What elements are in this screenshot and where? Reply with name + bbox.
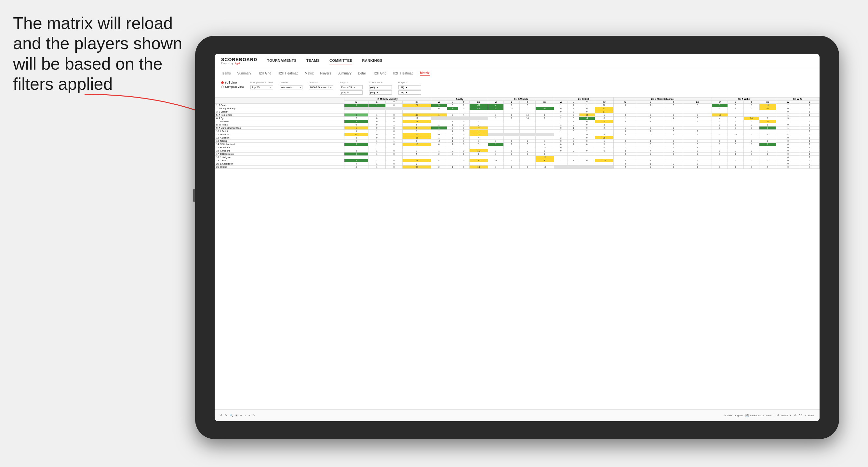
table-row: 19. J Kanh 31019 400-20 1300-35 210-18 0…	[215, 159, 819, 162]
save-custom-button[interactable]: 💾 Save Custom View	[745, 414, 771, 417]
table-row: 8. M Torres 0010 1102 1003 0108 01	[215, 123, 819, 126]
sub-w4: W	[554, 101, 568, 104]
subnav-h2h-grid2[interactable]: H2H Grid	[373, 71, 386, 76]
subnav-h2h-heatmap[interactable]: H2H Heatmap	[278, 71, 298, 76]
subnav-h2h-heatmap2[interactable]: H2H Heatmap	[393, 71, 413, 76]
max-players-select[interactable]: Top 25 ▼	[250, 85, 273, 89]
view-original-button[interactable]: ⊙ View: Original	[723, 414, 743, 417]
col-a-webb: 38. A Webb	[712, 98, 776, 101]
nav-rankings[interactable]: RANKINGS	[362, 57, 382, 64]
search-button[interactable]: 🔍	[229, 414, 233, 417]
region-label: Region	[340, 81, 363, 84]
sub-l1: L	[368, 101, 385, 104]
player-name: 16. X Mcgaha	[215, 149, 344, 153]
player-name: 9. A Maria Jimenez Rios	[215, 126, 344, 130]
region-select-2[interactable]: (All) ▼	[340, 90, 363, 95]
sub-l3: L	[504, 101, 520, 104]
sub-t6: T	[743, 101, 760, 104]
redo-button[interactable]: ↻	[225, 414, 227, 417]
division-filter: Division NCAA Division II ▼	[309, 81, 333, 89]
sub-l7: L	[800, 101, 819, 104]
matrix-table: 2. M Kelly Mulcahy 6. A Dy 11. G Woods 2…	[215, 97, 819, 169]
subnav-summary2[interactable]: Summary	[338, 71, 351, 76]
sub-l4: L	[568, 101, 579, 104]
gender-select[interactable]: Women's ▼	[280, 85, 303, 89]
conference-select-1[interactable]: (All) ▼	[369, 85, 392, 89]
player-name: 10. L Perini	[215, 130, 344, 133]
zoom-minus-button[interactable]: −	[240, 414, 242, 417]
sub-w3: W	[488, 101, 504, 104]
subnav-summary[interactable]: Summary	[237, 71, 251, 76]
tablet-frame: SCOREBOARD Powered by clippd TOURNAMENTS…	[195, 36, 839, 439]
player-name: 13. N Klug	[215, 139, 344, 143]
expand-button[interactable]: ⛶	[799, 414, 802, 417]
table-row: 14. S Srichantamit 31018 0105 1204 0105 …	[215, 143, 819, 146]
conference-filter: Conference (All) ▼ (All) ▼	[369, 81, 392, 95]
subnav-players[interactable]: Players	[320, 71, 331, 76]
conference-select-2[interactable]: (All) ▼	[369, 90, 392, 95]
sub-t3: T	[520, 101, 536, 104]
toolbar-divider	[774, 413, 774, 418]
full-view-dot	[221, 81, 224, 84]
full-view-radio[interactable]: Full View	[221, 81, 244, 84]
logo-title: SCOREBOARD	[221, 57, 257, 62]
logo-area: SCOREBOARD Powered by clippd	[221, 57, 257, 64]
player-name: 17. D Ballesteros	[215, 153, 344, 156]
compact-view-radio[interactable]: Compact View	[221, 85, 244, 89]
sub-w2: W	[431, 101, 447, 104]
players-select-2[interactable]: (All) ▼	[398, 90, 421, 95]
filter-button[interactable]: ⊞	[236, 414, 238, 417]
sub-d4: Dif	[595, 101, 613, 104]
watch-button[interactable]: 👁 Watch ▼	[777, 414, 791, 417]
table-row: 12. A Bianchi 200-58 1104 20025 01	[215, 136, 819, 139]
nav-tournaments[interactable]: TOURNAMENTS	[267, 57, 297, 64]
save-custom-label: Save Custom View	[750, 414, 771, 417]
table-row: 11. G Woods 100014 114017 20174 01724 02…	[215, 133, 819, 136]
player-name: 5. A Nomrowski	[215, 114, 344, 117]
col-o-stoll: 21. O Stoll	[554, 98, 614, 101]
sub-l5: L	[637, 101, 664, 104]
compact-view-dot	[221, 86, 224, 88]
player-name: 1. J Garcia	[215, 104, 344, 107]
subnav-teams[interactable]: Teams	[221, 71, 230, 76]
subnav-matrix[interactable]: Matrix	[305, 71, 313, 76]
player-col-header	[215, 98, 344, 104]
sub-l2: L	[447, 101, 458, 104]
nav-teams[interactable]: TEAMS	[306, 57, 320, 64]
zoom-level: 1	[245, 414, 246, 417]
zoom-plus-button[interactable]: +	[248, 414, 250, 417]
table-row: 1. J Garcia 31027 301-11 400 11110 0106 …	[215, 104, 819, 107]
player-name: 8. M Torres	[215, 123, 344, 126]
col-a-dy: 6. A Dy	[431, 98, 488, 101]
subnav-h2h-grid[interactable]: H2H Grid	[257, 71, 271, 76]
player-name: 6. A Dy	[215, 117, 344, 120]
table-row: 2. M Kelly Mulcahy 07040 1010050 02017 0…	[215, 107, 819, 110]
nav-committee[interactable]: COMMITTEE	[330, 57, 352, 64]
region-select-1[interactable]: East - DII ▼	[340, 85, 363, 89]
player-name: 12. A Bianchi	[215, 136, 344, 139]
max-players-label: Max players in view	[250, 81, 273, 84]
player-name: 3. S Jelinek	[215, 110, 344, 114]
sub-d5: Dif	[683, 101, 712, 104]
players-filter: Players (All) ▼ (All) ▼	[398, 81, 421, 95]
matrix-container[interactable]: 2. M Kelly Mulcahy 6. A Dy 11. G Woods 2…	[215, 97, 819, 421]
share-button[interactable]: ↗ Share	[804, 414, 814, 417]
sub-w1: W	[344, 101, 368, 104]
player-name: 14. S Srichantamit	[215, 143, 344, 146]
refresh-button[interactable]: ⟳	[253, 414, 255, 417]
sub-l6: L	[727, 101, 743, 104]
players-select-1[interactable]: (All) ▼	[398, 85, 421, 89]
logo-sub: Powered by clippd	[221, 62, 257, 64]
subnav-matrix2[interactable]: Matrix	[420, 70, 429, 76]
sub-d6: Dif	[760, 101, 776, 104]
compact-view-label: Compact View	[225, 85, 244, 89]
view-radio-group: Full View Compact View	[221, 81, 244, 89]
division-select[interactable]: NCAA Division II ▼	[309, 85, 333, 89]
subnav-detail[interactable]: Detail	[358, 71, 367, 76]
table-row: 5. A Nomrowski 310-11 104 10141 40251 00…	[215, 114, 819, 117]
division-label: Division	[309, 81, 333, 84]
player-name: 19. J Kanh	[215, 159, 344, 162]
col-m-kelly: 2. M Kelly Mulcahy	[344, 98, 431, 101]
undo-button[interactable]: ↺	[220, 414, 222, 417]
settings-button[interactable]: ⚙	[794, 414, 797, 417]
